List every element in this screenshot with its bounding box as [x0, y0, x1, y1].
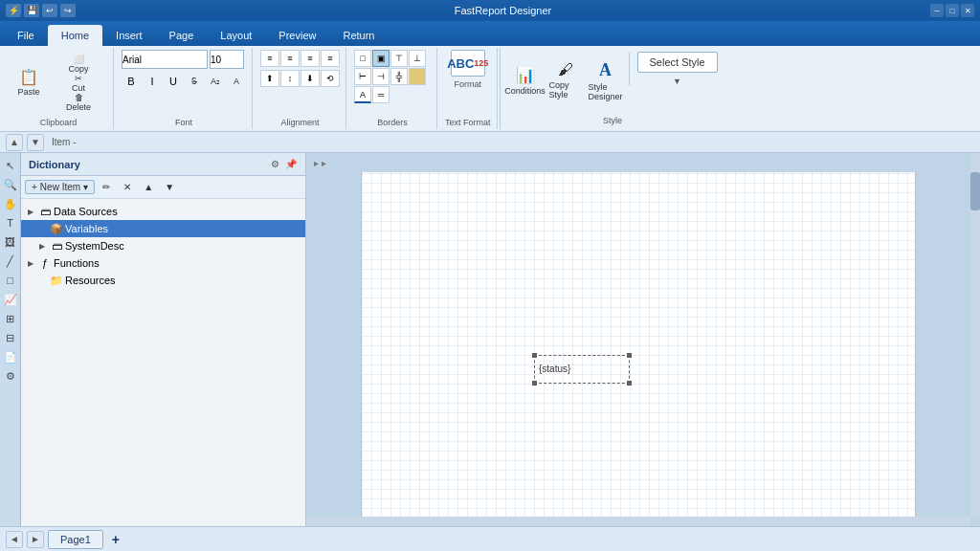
expand-resources[interactable] — [36, 275, 48, 286]
expand-systemdesc[interactable]: ▶ — [36, 240, 48, 252]
italic-button[interactable]: I — [143, 72, 162, 91]
right-scrollbar[interactable] — [970, 153, 980, 517]
align-left-button[interactable]: ≡ — [260, 50, 279, 67]
page-prev-button[interactable]: ◄ — [6, 531, 23, 548]
panel-header: Dictionary ⚙ 📌 — [21, 153, 305, 176]
canvas-inner: {status} — [306, 172, 970, 517]
redo-icon[interactable]: ↪ — [60, 4, 76, 17]
bold-button[interactable]: B — [122, 72, 141, 91]
report-selection[interactable]: {status} — [534, 355, 630, 384]
align-bottom-button[interactable]: ⬇ — [301, 70, 320, 87]
panel-settings-button[interactable]: ⚙ — [268, 158, 281, 171]
new-item-button[interactable]: + New Item ▾ — [25, 180, 95, 194]
tree-item-functions[interactable]: ▶ ƒ Functions — [21, 254, 305, 272]
tab-home[interactable]: Home — [48, 25, 102, 46]
border-left-button[interactable]: ⊢ — [354, 68, 371, 85]
font-color-button[interactable]: A — [227, 73, 246, 90]
copy-style-icon: 🖌 — [558, 61, 573, 78]
handle-bl[interactable] — [532, 381, 537, 386]
handle-tr[interactable] — [627, 353, 632, 358]
move-down-button[interactable]: ▼ — [160, 179, 179, 196]
scroll-down-button[interactable]: ▼ — [27, 134, 44, 151]
cut-button[interactable]: ✂ Cut — [50, 75, 107, 92]
ribbon-toolbar: 📋 Paste ⬜ Copy ✂ Cut 🗑 Delete Clipboard — [0, 46, 980, 132]
border-fill-button[interactable] — [409, 68, 426, 85]
border-buttons: □ ▣ ⊤ ⊥ ⊢ ⊣ ╬ A ═ — [354, 50, 431, 103]
copy-button[interactable]: ⬜ Copy — [50, 55, 107, 73]
tab-return[interactable]: Return — [329, 25, 388, 46]
image-tool[interactable]: 🖼 — [2, 233, 19, 251]
paste-button[interactable]: 📋 Paste — [10, 55, 48, 112]
tab-page1[interactable]: Page1 — [48, 530, 103, 549]
add-page-button[interactable]: + — [107, 531, 124, 548]
settings-tool[interactable]: ⚙ — [2, 367, 19, 385]
edit-item-button[interactable]: ✏ — [97, 179, 116, 196]
align-right-button[interactable]: ≡ — [301, 50, 320, 67]
align-wrap-button[interactable]: ⟲ — [321, 70, 340, 87]
minimize-button[interactable]: ─ — [930, 4, 944, 17]
align-center-button[interactable]: ≡ — [280, 50, 300, 67]
tree-item-datasources[interactable]: ▶ 🗃 Data Sources — [21, 203, 305, 220]
new-item-dropdown[interactable]: ▾ — [83, 182, 88, 192]
border-inside-button[interactable]: ╬ — [390, 68, 408, 85]
undo-icon[interactable]: ↩ — [42, 4, 57, 17]
bottom-scrollbar[interactable] — [306, 517, 970, 526]
hand-tool[interactable]: ✋ — [2, 195, 19, 212]
tree-item-systemdesc[interactable]: ▶ 🗃 SystemDesc — [21, 237, 305, 254]
pointer-tool[interactable]: ↖ — [2, 157, 19, 174]
handle-br[interactable] — [627, 381, 632, 386]
select-style-button[interactable]: Select Style — [637, 52, 718, 73]
chart-tool[interactable]: 📈 — [2, 291, 19, 308]
save-icon[interactable]: 💾 — [24, 4, 39, 17]
border-bottom-button[interactable]: ⊥ — [409, 50, 426, 67]
zoom-tool[interactable]: 🔍 — [2, 176, 19, 193]
tab-insert[interactable]: Insert — [102, 25, 156, 46]
align-top-button[interactable]: ⬆ — [260, 70, 279, 87]
scroll-up-button[interactable]: ▲ — [6, 134, 23, 151]
align-middle-button[interactable]: ↕ — [280, 70, 300, 87]
style-designer-button[interactable]: A Style Designer — [589, 52, 623, 109]
tree-item-variables[interactable]: 📦 Variables — [21, 220, 305, 237]
expand-functions[interactable]: ▶ — [25, 257, 36, 269]
tab-layout[interactable]: Layout — [207, 25, 265, 46]
tab-file[interactable]: File — [4, 25, 48, 46]
expand-variables[interactable] — [36, 223, 48, 234]
panel-pin-button[interactable]: 📌 — [284, 158, 298, 171]
handle-tl[interactable] — [532, 353, 537, 358]
border-right-button[interactable]: ⊣ — [372, 68, 390, 85]
abc-icon: ABC125 — [451, 50, 485, 77]
move-up-button[interactable]: ▲ — [139, 179, 158, 196]
report-page[interactable]: {status} — [361, 172, 916, 517]
copy-style-button[interactable]: 🖌 Copy Style — [548, 52, 583, 109]
subscript-button[interactable]: A₂ — [206, 73, 225, 90]
line-tool[interactable]: ╱ — [2, 253, 19, 270]
barcode-tool[interactable]: ⊞ — [2, 310, 19, 327]
delete-item-button[interactable]: ✕ — [118, 179, 137, 196]
underline-button[interactable]: U — [164, 72, 183, 91]
text-tool[interactable]: T — [2, 214, 19, 231]
tree-item-resources[interactable]: 📁 Resources — [21, 272, 305, 289]
delete-button[interactable]: 🗑 Delete — [50, 94, 107, 111]
table-tool[interactable]: ⊟ — [2, 329, 19, 346]
style-dropdown-arrow[interactable]: ▼ — [637, 77, 718, 86]
border-color-button[interactable]: A — [354, 86, 371, 103]
align-justify-button[interactable]: ≡ — [321, 50, 340, 67]
border-box-button[interactable]: ▣ — [372, 50, 390, 67]
tab-preview[interactable]: Preview — [265, 25, 329, 46]
font-family-input[interactable] — [122, 50, 208, 69]
font-size-input[interactable] — [210, 50, 244, 69]
scrollbar-thumb[interactable] — [970, 172, 980, 210]
shape-tool[interactable]: □ — [2, 272, 19, 289]
page-next-button[interactable]: ► — [27, 531, 44, 548]
close-button[interactable]: ✕ — [961, 4, 974, 17]
border-none-button[interactable]: □ — [354, 50, 371, 67]
subreport-tool[interactable]: 📄 — [2, 348, 19, 365]
expand-datasources[interactable]: ▶ — [25, 206, 36, 217]
border-top-button[interactable]: ⊤ — [390, 50, 408, 67]
maximize-button[interactable]: □ — [946, 4, 959, 17]
strikethrough-button[interactable]: S̶ — [185, 73, 204, 90]
border-width-button[interactable]: ═ — [372, 86, 390, 103]
tab-page[interactable]: Page — [156, 25, 208, 46]
title-bar-icons: ⚡ 💾 ↩ ↪ — [6, 4, 76, 17]
conditions-button[interactable]: 📊 Conditions — [508, 52, 543, 109]
